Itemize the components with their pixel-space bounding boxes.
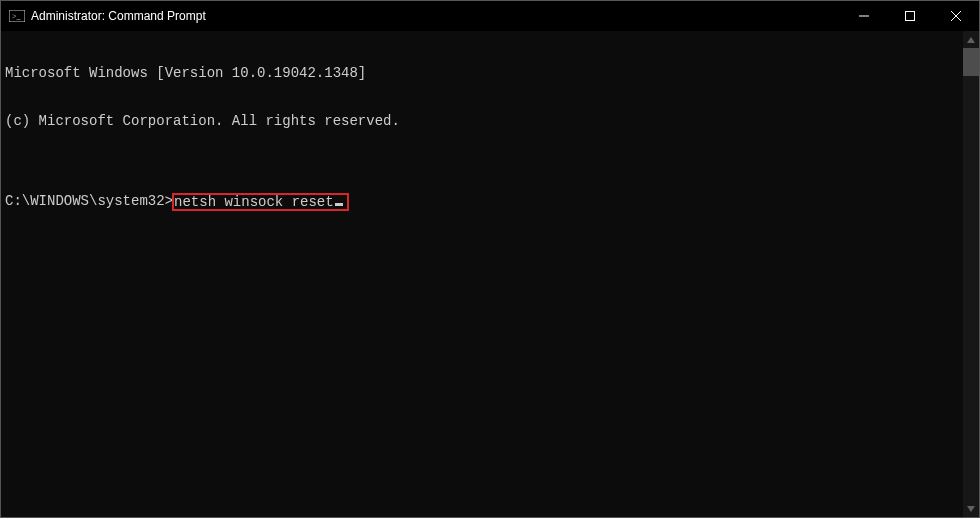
- scroll-thumb[interactable]: [963, 48, 979, 76]
- svg-rect-3: [906, 12, 915, 21]
- copyright-line: (c) Microsoft Corporation. All rights re…: [5, 113, 959, 129]
- typed-command: netsh winsock reset: [174, 194, 334, 210]
- version-line: Microsoft Windows [Version 10.0.19042.13…: [5, 65, 959, 81]
- prompt-path: C:\WINDOWS\system32>: [5, 193, 173, 209]
- command-prompt-window: >_ Administrator: Command Prompt Microso…: [0, 0, 980, 518]
- minimize-button[interactable]: [841, 1, 887, 31]
- titlebar[interactable]: >_ Administrator: Command Prompt: [1, 1, 979, 31]
- text-cursor: [335, 203, 343, 206]
- maximize-button[interactable]: [887, 1, 933, 31]
- scroll-track[interactable]: [963, 48, 979, 500]
- window-controls: [841, 1, 979, 31]
- close-button[interactable]: [933, 1, 979, 31]
- content-area: Microsoft Windows [Version 10.0.19042.13…: [1, 31, 979, 517]
- scroll-up-arrow-icon[interactable]: [963, 31, 979, 48]
- console-output[interactable]: Microsoft Windows [Version 10.0.19042.13…: [1, 31, 963, 517]
- vertical-scrollbar[interactable]: [963, 31, 979, 517]
- prompt-line: C:\WINDOWS\system32>netsh winsock reset: [5, 193, 959, 211]
- scroll-down-arrow-icon[interactable]: [963, 500, 979, 517]
- command-highlight: netsh winsock reset: [172, 193, 349, 211]
- svg-text:>_: >_: [12, 12, 22, 21]
- window-title: Administrator: Command Prompt: [31, 9, 206, 23]
- cmd-icon: >_: [9, 9, 25, 23]
